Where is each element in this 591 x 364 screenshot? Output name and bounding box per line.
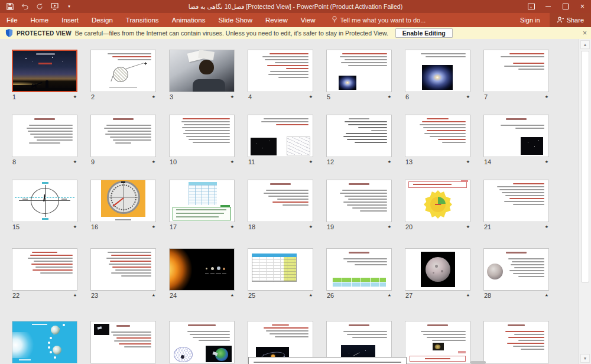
- tab-animations[interactable]: Animations: [165, 13, 212, 27]
- tab-view[interactable]: View: [294, 13, 322, 27]
- slide-12-thumbnail[interactable]: [326, 115, 392, 157]
- restore-icon[interactable]: [557, 0, 574, 13]
- tab-file[interactable]: File: [0, 13, 24, 27]
- slide-number: 14: [484, 158, 491, 165]
- animation-star-icon: ★: [73, 95, 77, 99]
- slide-6-thumbnail[interactable]: [405, 50, 470, 92]
- slide-cell-6: 6★: [405, 50, 470, 100]
- start-slideshow-icon[interactable]: [50, 2, 59, 11]
- slide-number: 17: [170, 223, 177, 230]
- save-icon[interactable]: [6, 2, 14, 11]
- animation-star-icon: ★: [309, 160, 313, 164]
- share-label: Share: [567, 17, 584, 24]
- vertical-scrollbar[interactable]: ▲ ▼: [579, 39, 591, 364]
- tab-home[interactable]: Home: [24, 13, 56, 27]
- slide-11-thumbnail[interactable]: [248, 115, 313, 157]
- slide-25-thumbnail[interactable]: [248, 248, 313, 291]
- slide-5-thumbnail[interactable]: [326, 50, 392, 92]
- redo-icon[interactable]: [35, 2, 44, 11]
- slide-number: 3: [170, 93, 173, 100]
- horizontal-scrollbar-thumb[interactable]: [470, 361, 486, 364]
- slide-34-thumbnail[interactable]: [405, 321, 470, 363]
- slide-15-thumbnail[interactable]: [12, 180, 77, 222]
- slide-28-thumbnail[interactable]: [483, 248, 549, 291]
- lightbulb-icon: [332, 16, 337, 24]
- banner-close-icon[interactable]: ×: [583, 27, 587, 39]
- animation-star-icon: ★: [466, 160, 470, 164]
- slide-2-thumbnail[interactable]: [90, 50, 156, 92]
- slide-meta: 5★: [326, 93, 392, 100]
- tab-insert[interactable]: Insert: [55, 13, 85, 27]
- slide-cell-20: 20★: [405, 180, 470, 230]
- tell-me-box[interactable]: Tell me what you want to do...: [332, 16, 426, 24]
- tab-review[interactable]: Review: [259, 13, 294, 27]
- slide-cell-9: 9★: [90, 115, 156, 165]
- share-button[interactable]: Share: [550, 13, 591, 27]
- minimize-icon[interactable]: [540, 0, 557, 13]
- slide-cell-28: 28★: [483, 248, 549, 299]
- slide-19-thumbnail[interactable]: [326, 180, 392, 222]
- slide-meta: 3★: [169, 93, 235, 100]
- animation-star-icon: ★: [388, 160, 391, 164]
- slide-29-thumbnail[interactable]: [12, 321, 77, 363]
- slide-cell-7: 7★: [483, 50, 549, 100]
- window-controls: ˄ ×: [522, 0, 591, 13]
- slide-10-thumbnail[interactable]: [169, 115, 235, 157]
- slide-23-thumbnail[interactable]: [90, 248, 156, 291]
- slide-13-thumbnail[interactable]: [405, 115, 470, 157]
- slide-cell-18: 18★: [248, 180, 313, 230]
- slide-8-thumbnail[interactable]: [12, 115, 77, 157]
- slide-7-thumbnail[interactable]: [483, 50, 549, 92]
- slide-cell-31: 31★: [169, 321, 235, 364]
- tab-design[interactable]: Design: [85, 13, 119, 27]
- slide-number: 27: [405, 292, 413, 299]
- close-icon[interactable]: ×: [574, 0, 591, 13]
- slide-16-thumbnail[interactable]: [90, 180, 156, 222]
- tab-transitions[interactable]: Transitions: [119, 13, 165, 27]
- slide-14-thumbnail[interactable]: [483, 115, 549, 157]
- slide-cell-12: 12★: [326, 115, 392, 165]
- slide-number: 6: [405, 93, 409, 100]
- scroll-up-icon[interactable]: ▲: [580, 40, 590, 49]
- slide-17-thumbnail[interactable]: [169, 180, 235, 222]
- slide-9-thumbnail[interactable]: [90, 115, 156, 157]
- slide-18-thumbnail[interactable]: [248, 180, 313, 222]
- enable-editing-button[interactable]: Enable Editing: [395, 28, 453, 38]
- animation-star-icon: ★: [230, 160, 234, 164]
- slide-4-thumbnail[interactable]: [248, 50, 313, 92]
- slide-meta: 25★: [248, 292, 313, 299]
- slide-21-thumbnail[interactable]: [483, 180, 549, 222]
- slide-30-thumbnail[interactable]: [90, 321, 156, 363]
- sign-in-button[interactable]: Sign in: [520, 17, 540, 24]
- slide-meta: 28★: [483, 292, 549, 299]
- slide-26-thumbnail[interactable]: [326, 248, 392, 291]
- tell-me-label: Tell me what you want to do...: [340, 17, 426, 24]
- animation-star-icon: ★: [73, 293, 77, 298]
- slide-31-thumbnail[interactable]: [169, 321, 235, 363]
- slide-1-thumbnail[interactable]: [12, 50, 77, 92]
- slide-24-thumbnail[interactable]: [169, 248, 235, 291]
- slide-number: 2: [91, 93, 95, 100]
- slide-meta: 8★: [12, 158, 77, 165]
- tab-slide-show[interactable]: Slide Show: [212, 13, 259, 27]
- customize-quick-access-icon[interactable]: ▾: [65, 2, 73, 11]
- slide-27-thumbnail[interactable]: [405, 248, 470, 291]
- slide-cell-27: 27★: [405, 248, 470, 299]
- slide-cell-22: 22★: [12, 248, 77, 299]
- slide-cell-35: 35★: [483, 321, 549, 364]
- slide-number: 12: [327, 158, 334, 165]
- scrollbar-thumb[interactable]: [581, 51, 589, 282]
- ribbon-tabs: FileHomeInsertDesignTransitionsAnimation…: [0, 13, 322, 27]
- ribbon-display-options-icon[interactable]: ˄: [522, 0, 540, 13]
- slide-20-thumbnail[interactable]: [405, 180, 470, 222]
- undo-icon[interactable]: [21, 2, 29, 11]
- animation-star-icon: ★: [152, 160, 155, 164]
- slide-cell-5: 5★: [326, 50, 392, 100]
- slide-35-thumbnail[interactable]: [483, 321, 549, 363]
- slide-3-thumbnail[interactable]: [169, 50, 235, 92]
- slide-22-thumbnail[interactable]: [12, 248, 77, 291]
- slide-number: 24: [170, 292, 177, 299]
- animation-star-icon: ★: [388, 225, 391, 229]
- slide-cell-24: 24★: [169, 248, 235, 299]
- scroll-down-icon[interactable]: ▼: [580, 354, 590, 363]
